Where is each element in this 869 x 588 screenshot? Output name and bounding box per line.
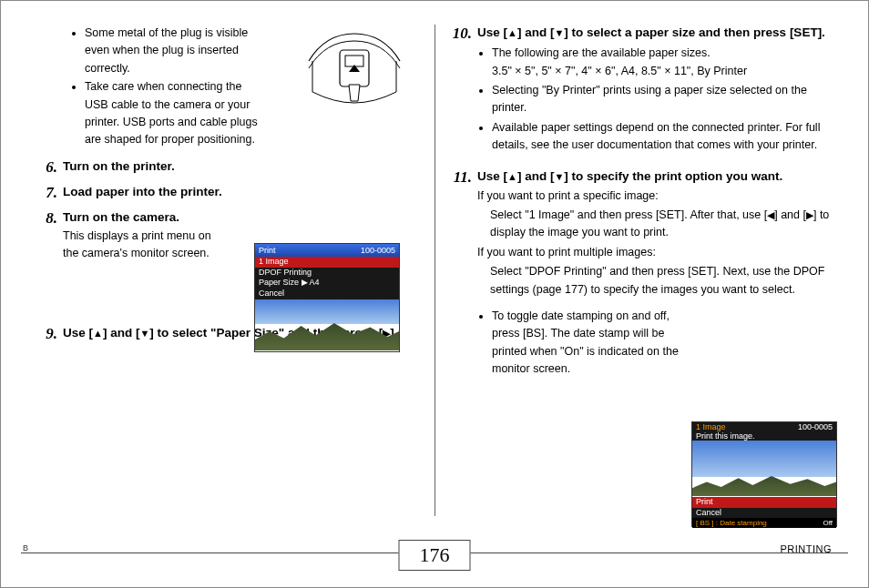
up-triangle-icon: ▲ (507, 171, 517, 182)
print-confirm-screenshot: 1 Image 100-0005 Print this image. Print… (691, 421, 837, 527)
step-title: Turn on the printer. (63, 158, 418, 175)
list-item: The following are the available paper si… (492, 45, 832, 80)
right-triangle-icon: ▶ (806, 209, 813, 220)
step-title: Turn on the camera. (63, 209, 227, 226)
step-title: Load paper into the printer. (63, 184, 418, 200)
step-number: 9. (37, 325, 63, 343)
page-footer: B 176 PRINTING (1, 538, 868, 587)
step-11-bullet: To toggle date stamping on and off, pres… (477, 308, 687, 379)
left-triangle-icon: ◀ (767, 209, 774, 220)
step-subtext: If you want to print multiple images: (477, 244, 832, 261)
step-6: 6. Turn on the printer. (37, 158, 418, 177)
down-triangle-icon: ▼ (554, 27, 564, 38)
manual-page: Some metal of the plug is visible even w… (0, 0, 869, 588)
list-item: To toggle date stamping on and off, pres… (492, 308, 687, 379)
step-7: 7. Load paper into the printer. (37, 184, 418, 202)
page-number: 176 (399, 540, 471, 571)
ss2-menu-item: Cancel (692, 508, 836, 519)
ss2-counter: 100-0005 (798, 422, 836, 431)
intro-bullets: Some metal of the plug is visible even w… (37, 25, 265, 149)
print-menu-screenshot: Print 100-0005 1 Image DPOF Printing Pap… (254, 243, 400, 352)
step-title: Use [▲] and [▼] to specify the print opt… (477, 168, 832, 185)
step-10: 10. Use [▲] and [▼] to select a paper si… (452, 25, 832, 161)
ss2-line2: Print this image. (692, 431, 836, 441)
step-10-bullets: The following are the available paper si… (477, 45, 832, 154)
step-11: 11. Use [▲] and [▼] to specify the print… (452, 168, 832, 385)
ss1-menu-item: 1 Image (255, 257, 399, 268)
ss1-counter: 100-0005 (361, 246, 395, 255)
down-triangle-icon: ▼ (554, 171, 564, 182)
up-triangle-icon: ▲ (507, 27, 517, 38)
ss2-line1: 1 Image (692, 422, 730, 431)
down-triangle-icon: ▼ (139, 328, 149, 339)
list-item: Available paper settings depend on the c… (492, 119, 832, 155)
ss1-menu-item: DPOF Printing (255, 268, 399, 279)
step-subtext: Select "1 Image" and then press [SET]. A… (477, 207, 832, 242)
footer-left-mark: B (23, 543, 28, 553)
intro-bullet: Some metal of the plug is visible even w… (85, 25, 265, 77)
step-number: 10. (452, 25, 477, 43)
section-label: PRINTING (780, 543, 832, 554)
ss1-menu-item: Paper Size ▶ A4 (255, 278, 399, 289)
step-number: 6. (37, 158, 63, 177)
step-subtext: Select "DPOF Printing" and then press [S… (477, 263, 832, 299)
ss1-menu-item: Cancel (255, 289, 399, 299)
step-title: Use [▲] and [▼] to select a paper size a… (477, 25, 832, 41)
ss2-foot-left: [ BS ] : Date stamping (696, 519, 767, 527)
step-subtext: If you want to print a specific image: (477, 188, 832, 205)
step-subtext: This displays a print menu on the camera… (63, 228, 227, 263)
step-number: 8. (37, 209, 63, 228)
up-triangle-icon: ▲ (93, 328, 103, 339)
camera-plug-illustration (307, 28, 402, 105)
intro-bullet: Take care when connecting the USB cable … (85, 78, 265, 149)
step-number: 7. (37, 184, 63, 202)
list-item: Selecting "By Printer" prints using a pa… (492, 82, 832, 117)
ss2-foot-right: Off (823, 519, 833, 527)
step-number: 11. (452, 168, 477, 187)
ss2-menu-item: Print (692, 497, 836, 508)
ss1-title: Print (259, 246, 276, 255)
